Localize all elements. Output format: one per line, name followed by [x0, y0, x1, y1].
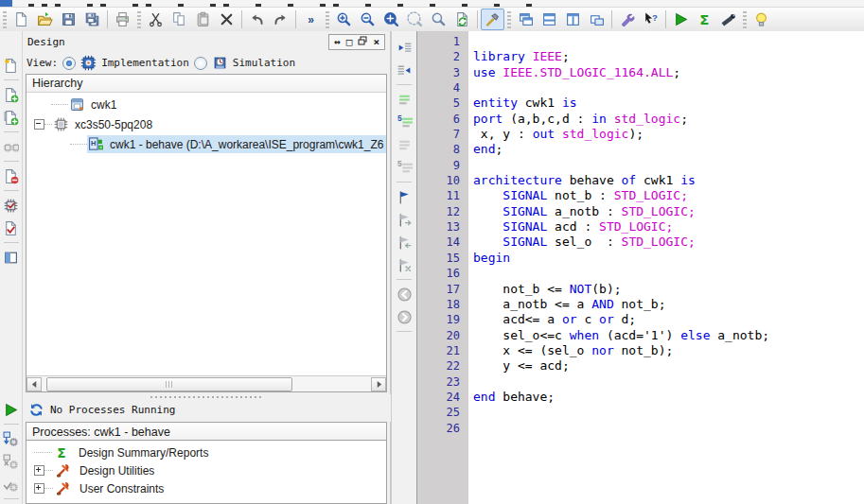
- refresh-doc-button[interactable]: [450, 9, 474, 30]
- code-line[interactable]: end behave;: [473, 390, 864, 405]
- code-text-area[interactable]: library IEEE;use IEEE.STD_LOGIC_1164.ALL…: [468, 31, 864, 504]
- chip-grid-button[interactable]: [1, 135, 22, 158]
- undo-button[interactable]: [245, 9, 269, 30]
- tile-horizontal-button[interactable]: [538, 9, 561, 30]
- lines-green-button[interactable]: [394, 88, 414, 111]
- editor-mode-button[interactable]: [481, 9, 504, 30]
- code-line[interactable]: library IEEE;: [473, 49, 864, 64]
- analyze-telescope-button[interactable]: [716, 9, 740, 30]
- code-line[interactable]: [473, 421, 864, 436]
- cut-button[interactable]: [144, 9, 168, 30]
- zoom-region-button[interactable]: [403, 9, 427, 30]
- tile-vertical-button[interactable]: [561, 9, 585, 30]
- proc-rerun-button[interactable]: [1, 427, 22, 450]
- code-line[interactable]: SIGNAL sel_o : STD_LOGIC;: [473, 235, 864, 250]
- dedent-button[interactable]: [394, 36, 414, 59]
- overflow-button[interactable]: »: [299, 9, 323, 30]
- code-line[interactable]: [473, 374, 864, 390]
- nav-fwd-button[interactable]: [394, 305, 414, 328]
- float-panel-button[interactable]: ↔: [334, 36, 341, 48]
- code-line[interactable]: sel_o<=c when (acd='1') else a_notb;: [473, 328, 864, 343]
- open-file-button[interactable]: [33, 9, 57, 30]
- lines5-gray-button[interactable]: 5: [394, 156, 414, 179]
- code-line[interactable]: [473, 34, 864, 49]
- restore-panel-button[interactable]: [358, 36, 367, 48]
- refresh-processes-icon[interactable]: [28, 402, 44, 418]
- bm-prev-button[interactable]: [394, 231, 414, 253]
- context-help-button[interactable]: ?: [639, 9, 662, 30]
- code-line[interactable]: port (a,b,c,d : in std_logic;: [473, 112, 864, 127]
- lines5-green-button[interactable]: 5: [394, 111, 414, 133]
- add-source-button[interactable]: [1, 83, 22, 106]
- code-line[interactable]: SIGNAL a_notb : STD_LOGIC;: [473, 204, 864, 219]
- hierarchy-hscrollbar[interactable]: [26, 375, 386, 391]
- view-radio-implementation[interactable]: [62, 57, 76, 70]
- save-button[interactable]: [57, 9, 80, 30]
- code-line[interactable]: entity cwk1 is: [473, 96, 864, 111]
- hierarchy-item[interactable]: xc3s50-5pq208: [26, 114, 386, 134]
- code-line[interactable]: [473, 158, 864, 173]
- bm-next-button[interactable]: [394, 208, 414, 231]
- bm-clear-button[interactable]: [394, 253, 414, 276]
- delete-button[interactable]: [215, 9, 238, 30]
- maximize-panel-button[interactable]: □: [346, 36, 353, 48]
- bookmark-button[interactable]: [394, 185, 414, 208]
- zoom-in-button[interactable]: [332, 9, 356, 30]
- remove-source-button[interactable]: [1, 165, 22, 187]
- new-source-button[interactable]: [1, 54, 22, 77]
- run-button[interactable]: [669, 9, 693, 30]
- code-line[interactable]: [473, 405, 864, 420]
- code-line[interactable]: begin: [473, 251, 864, 266]
- code-editor[interactable]: 1234567891011121314151617181920212223242…: [417, 31, 864, 504]
- code-line[interactable]: acd<= a or c or d;: [473, 312, 864, 327]
- lines-gray-button[interactable]: [394, 133, 414, 156]
- chip-check-button[interactable]: [1, 194, 22, 217]
- proc-check-button[interactable]: [1, 473, 22, 495]
- search-button[interactable]: [427, 9, 450, 30]
- code-line[interactable]: a_notb <= a AND not_b;: [473, 297, 864, 312]
- view-radio-simulation[interactable]: [194, 57, 207, 70]
- code-line[interactable]: end;: [473, 142, 864, 157]
- lightbulb-button[interactable]: [749, 9, 773, 30]
- arrange-windows-button[interactable]: [585, 9, 608, 30]
- process-item[interactable]: ΣDesign Summary/Reports: [26, 443, 386, 461]
- scroll-right-arrow[interactable]: [371, 377, 386, 391]
- cascade-windows-button[interactable]: [514, 9, 538, 30]
- code-line[interactable]: use IEEE.STD_LOGIC_1164.ALL;: [473, 65, 864, 80]
- hierarchy-item[interactable]: Hcwk1 - behave (D:\A_workarea\ISE_progra…: [26, 134, 386, 154]
- print-button[interactable]: [111, 9, 134, 30]
- code-line[interactable]: [473, 80, 864, 96]
- code-line[interactable]: SIGNAL not_b : STD_LOGIC;: [473, 188, 864, 203]
- run-process-button[interactable]: [1, 398, 22, 421]
- column-view-button[interactable]: [1, 246, 22, 269]
- nav-back-button[interactable]: [394, 283, 414, 305]
- tree-expander-plus[interactable]: [34, 465, 44, 476]
- code-line[interactable]: x, y : out std_logic);: [473, 127, 864, 142]
- save-all-button[interactable]: [80, 9, 104, 30]
- process-item[interactable]: User Constraints: [26, 479, 386, 497]
- proc-rerun-all-button[interactable]: [1, 450, 22, 473]
- new-file-button[interactable]: [9, 9, 33, 30]
- hierarchy-item[interactable]: cwk1: [26, 95, 386, 114]
- code-line[interactable]: [473, 266, 864, 281]
- zoom-fit-button[interactable]: [379, 9, 403, 30]
- code-line[interactable]: not_b <= NOT(b);: [473, 282, 864, 297]
- doc-check-button[interactable]: [1, 217, 22, 239]
- code-line[interactable]: architecture behave of cwk1 is: [473, 173, 864, 188]
- zoom-out-button[interactable]: [356, 9, 379, 30]
- scroll-left-arrow[interactable]: [26, 377, 42, 391]
- indent-button[interactable]: [394, 59, 414, 81]
- wrench-button[interactable]: [615, 9, 639, 30]
- add-copy-source-button[interactable]: [1, 106, 22, 129]
- close-panel-button[interactable]: ×: [373, 36, 379, 48]
- redo-button[interactable]: [269, 9, 292, 30]
- scrollbar-thumb[interactable]: [46, 377, 292, 391]
- copy-button[interactable]: [168, 9, 191, 30]
- code-line[interactable]: x <= (sel_o nor not_b);: [473, 343, 864, 358]
- paste-button[interactable]: [191, 9, 215, 30]
- code-line[interactable]: SIGNAL acd : STD_LOGIC;: [473, 219, 864, 235]
- tree-expander-plus[interactable]: [34, 483, 44, 494]
- code-line[interactable]: y <= acd;: [473, 358, 864, 374]
- process-item[interactable]: Design Utilities: [26, 461, 386, 479]
- summary-sigma-button[interactable]: Σ: [693, 9, 716, 30]
